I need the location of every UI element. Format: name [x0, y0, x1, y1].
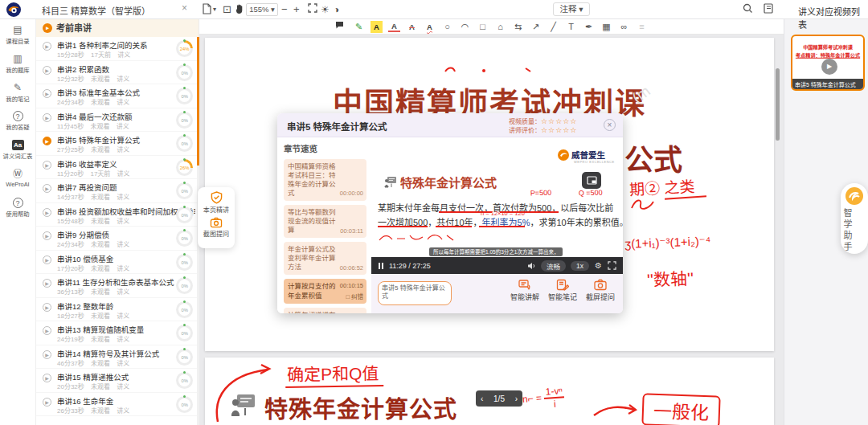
screenshot-question-button[interactable]: 截屏提问 [586, 279, 615, 302]
page-thumbnails-caret-icon[interactable]: ▾ [213, 3, 216, 16]
rail-item-weproai[interactable]: ⓌWeProAI [0, 169, 35, 193]
picture-in-picture-icon[interactable] [582, 172, 601, 189]
stamp-tool-icon[interactable]: ✒ [583, 21, 595, 33]
sidebar-scrollbar-thumb[interactable] [197, 37, 199, 166]
course-list-item[interactable]: ▶ 串讲12 整数年龄 18分27秒 未观看 讲义 0% [36, 298, 199, 322]
rectangle-tool-icon[interactable]: □ [477, 21, 489, 33]
pager-next-icon[interactable]: › [515, 394, 518, 403]
teacher-stars[interactable]: ☆☆☆☆☆ [541, 126, 577, 134]
play-circle-icon[interactable]: ▶ [43, 161, 51, 170]
handout-link[interactable]: 讲义 [117, 360, 129, 367]
play-circle-icon[interactable]: ▶ [43, 113, 51, 122]
handout-link[interactable]: 讲义 [117, 170, 130, 178]
volume-icon[interactable] [527, 262, 536, 270]
fullscreen-icon[interactable] [308, 3, 317, 13]
play-circle-icon[interactable]: ▶ [43, 303, 51, 312]
rail-item-my-qa[interactable]: ?我的答疑 [0, 111, 35, 135]
course-list-item[interactable]: ▶ 串讲16 生命年金 26分33秒 未观看 讲义 0% [36, 393, 199, 417]
chapter-item[interactable]: 年金计算公式及变利率年金计算方法 00:06:52 [284, 242, 366, 275]
text-tool-icon[interactable]: T [565, 21, 577, 33]
rail-item-help[interactable]: ?使用帮助 [0, 198, 35, 222]
rail-item-glossary[interactable]: Aa讲义词汇表 [0, 140, 35, 164]
popup-close-icon[interactable]: × [604, 119, 616, 131]
two-way-arrow-tool-icon[interactable]: ⇆ [512, 21, 524, 33]
brightness-icon[interactable]: ☀ [321, 3, 330, 16]
ellipse-tool-icon[interactable]: ○ [441, 21, 453, 33]
play-circle-icon[interactable]: ▶ [43, 350, 51, 359]
rail-item-my-notes[interactable]: ✎我的笔记 [0, 82, 35, 106]
handout-link[interactable]: 讲义 [117, 123, 129, 130]
thumbnail-play-icon[interactable]: ▶ [821, 59, 837, 75]
course-list-item[interactable]: ▶ 串讲10 偿债基金 17分20秒 未观看 讲义 0% [36, 251, 199, 275]
play-circle-icon[interactable]: ▶ [43, 208, 51, 217]
course-list-item[interactable]: ▶ 串讲4 最后一次还款额 11分45秒 未观看 讲义 0% [36, 108, 199, 133]
ai-notes-button[interactable]: 智能笔记 [548, 279, 577, 302]
handout-link[interactable]: 讲义 [117, 313, 129, 320]
course-list-item[interactable]: ▶ 串讲9 分期偿债 24分34秒 未观看 讲义 0% [36, 227, 199, 251]
play-circle-icon[interactable]: ▶ [43, 326, 51, 335]
dark-mode-icon[interactable]: ◑ [334, 3, 339, 16]
play-circle-icon[interactable]: ▶ [43, 398, 51, 407]
course-list-item[interactable]: ▶ 串讲2 积累函数 12分32秒 未观看 讲义 0% [36, 61, 199, 85]
course-list-item[interactable]: ▶ 串讲7 再投资问题 14分37秒 未观看 讲义 0% [36, 179, 199, 203]
course-list-item[interactable]: ▶ 串讲15 精算递推公式 20分32秒 未观看 讲义 0% [36, 369, 199, 393]
speed-button[interactable]: 1x [571, 261, 589, 271]
page-lecture-button[interactable]: 本页精讲 [198, 191, 235, 214]
pager-prev-icon[interactable]: ‹ [481, 394, 483, 403]
screenshot-ask-button[interactable]: 截图提问 [198, 217, 235, 238]
video-frame[interactable]: 威普爱生 WEPRO EXCELLENCE 特殊年金计算公式 P=500 Q =… [371, 137, 623, 257]
chapter-item[interactable]: 计算年初递增存款的年利率 00:14:19 [284, 308, 366, 313]
zoom-level-select[interactable]: 155% ▾ [246, 3, 278, 16]
arc-tool-icon[interactable]: ◠ [459, 21, 471, 33]
image-tool-icon[interactable]: ▦ [600, 21, 612, 33]
link-tool-icon[interactable]: ∞ [618, 21, 630, 33]
handout-link[interactable]: 讲义 [117, 76, 129, 83]
play-circle-icon[interactable]: ▶ [43, 66, 51, 75]
document-scrollbar-thumb[interactable] [776, 68, 780, 141]
handout-link[interactable]: 讲义 [117, 146, 129, 153]
course-list-item[interactable]: ▶ 串讲8 投资额加权收益率和时间加权收益率 15分48秒 未观看 讲义 0% [36, 203, 199, 227]
search-icon[interactable] [743, 3, 753, 14]
course-list-item[interactable]: ▶ 串讲5 特殊年金计算公式 27分25秒 未观看 讲义 0% [36, 132, 199, 156]
handout-link[interactable]: 讲义 [117, 99, 129, 106]
play-circle-icon[interactable]: ▶ [43, 255, 51, 264]
chapter-item[interactable]: 中国精算师资格考试科目三：特殊年金的计算公式 00:00:00 [284, 159, 366, 201]
rail-item-course-catalog[interactable]: ▤课程目录 [0, 24, 35, 48]
more-tools-icon[interactable]: ≡ [636, 21, 648, 33]
chapter-item[interactable]: 计算按月支付的年金累积值 00:10:15 □ 纠错 [284, 279, 366, 303]
tab-close-icon[interactable]: × [182, 2, 187, 14]
line-tool-icon[interactable]: ╱ [547, 21, 559, 33]
highlight-tool-icon[interactable]: A [371, 21, 383, 33]
course-list-item[interactable]: ▶ 串讲3 标准年金基本公式 24分34秒 未观看 讲义 0% [36, 84, 199, 108]
handout-link[interactable]: 讲义 [117, 383, 129, 390]
handout-link[interactable]: 讲义 [117, 407, 129, 415]
play-circle-icon[interactable]: ▶ [43, 231, 51, 240]
handout-link[interactable]: 讲义 [117, 336, 129, 343]
play-circle-icon[interactable]: ▶ [43, 137, 51, 145]
play-pause-button[interactable] [379, 263, 384, 269]
squiggly-tool-icon[interactable]: A [424, 21, 436, 33]
course-list-item[interactable]: ▶ 串讲13 精算现值随机变量 24分19秒 未观看 讲义 0% [36, 321, 199, 345]
video-fullscreen-icon[interactable] [608, 261, 616, 270]
strikethrough-tool-icon[interactable]: A [406, 21, 418, 33]
zoom-in-icon[interactable]: + [293, 3, 300, 16]
comment-tool-icon[interactable] [335, 21, 347, 33]
caption-input[interactable]: 串讲5 特殊年金计算公式 [378, 281, 452, 305]
hand-tool-icon[interactable] [235, 3, 244, 14]
course-list-item[interactable]: ▶ 串讲11 生存分析和生命表基本公式 36分13秒 未观看 讲义 0% [36, 274, 199, 298]
arrow-tool-icon[interactable]: ↗ [530, 21, 542, 33]
smart-assistant-button[interactable]: 智学助手 [841, 183, 868, 254]
page-thumbnails-icon[interactable] [203, 3, 211, 14]
handout-link[interactable]: 讲义 [117, 194, 129, 201]
polygon-tool-icon[interactable]: ⌂ [494, 21, 506, 33]
handout-link[interactable]: 讲义 [117, 51, 130, 59]
play-circle-icon[interactable]: ▶ [43, 184, 51, 193]
quality-stars[interactable]: ☆☆☆☆☆ [541, 117, 577, 125]
chapter-report-error-link[interactable]: □ 纠错 [346, 293, 363, 301]
toggle-panel-icon[interactable] [764, 3, 773, 14]
handout-link[interactable]: 讲义 [117, 241, 129, 248]
chapter-item[interactable]: 等比与等额数列现金流的现值计算 00:03:11 [284, 205, 366, 238]
video-thumbnail-card[interactable]: 中国精算师考试冲刺课 考点精讲：特殊年金计算公式 ▶ 串讲5 特殊年金计算公式 [791, 35, 865, 91]
underline-tool-icon[interactable]: A [388, 22, 400, 32]
ai-explain-button[interactable]: 智能讲解 [510, 279, 539, 302]
